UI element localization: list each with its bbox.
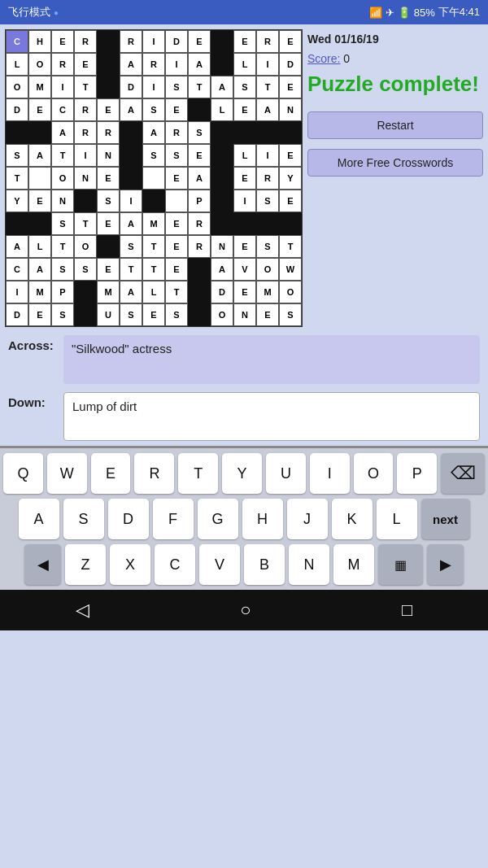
grid-cell[interactable]: S bbox=[256, 190, 279, 212]
grid-cell[interactable] bbox=[211, 144, 233, 167]
grid-cell[interactable] bbox=[74, 281, 97, 303]
grid-cell[interactable]: E bbox=[97, 212, 120, 235]
grid-cell[interactable]: E bbox=[165, 258, 188, 281]
grid-cell[interactable] bbox=[211, 167, 233, 190]
grid-cell[interactable]: E bbox=[279, 190, 302, 212]
key-e[interactable]: E bbox=[91, 453, 131, 494]
grid-cell[interactable] bbox=[188, 258, 211, 281]
grid-cell[interactable]: S bbox=[6, 144, 28, 167]
grid-cell[interactable]: S bbox=[97, 190, 120, 212]
grid-cell[interactable]: R bbox=[188, 235, 211, 258]
grid-cell[interactable]: V bbox=[233, 258, 256, 281]
grid-cell[interactable] bbox=[211, 30, 233, 53]
grid-cell[interactable]: E bbox=[165, 98, 188, 121]
score-label[interactable]: Score: bbox=[307, 52, 340, 65]
grid-cell[interactable] bbox=[188, 98, 211, 121]
grid-cell[interactable]: N bbox=[233, 303, 256, 326]
grid-cell[interactable]: T bbox=[142, 235, 165, 258]
key-d[interactable]: D bbox=[108, 499, 149, 539]
grid-cell[interactable]: O bbox=[256, 258, 279, 281]
grid-cell[interactable] bbox=[256, 212, 279, 235]
grid-cell[interactable]: S bbox=[233, 76, 256, 98]
grid-cell[interactable]: A bbox=[188, 53, 211, 76]
grid-cell[interactable]: O bbox=[28, 53, 51, 76]
recents-nav-icon[interactable]: □ bbox=[402, 600, 412, 621]
grid-cell[interactable]: S bbox=[142, 98, 165, 121]
grid-cell[interactable]: T bbox=[188, 76, 211, 98]
grid-cell[interactable]: T bbox=[51, 235, 74, 258]
grid-cell[interactable]: D bbox=[165, 30, 188, 53]
key-y[interactable]: Y bbox=[222, 453, 262, 494]
grid-cell[interactable]: A bbox=[6, 235, 28, 258]
grid-cell[interactable]: E bbox=[28, 98, 51, 121]
grid-cell[interactable]: T bbox=[256, 76, 279, 98]
key-k[interactable]: K bbox=[332, 499, 373, 539]
key-l[interactable]: L bbox=[377, 499, 417, 539]
grid-cell[interactable]: I bbox=[51, 76, 74, 98]
grid-cell[interactable]: L bbox=[28, 235, 51, 258]
grid-cell[interactable]: E bbox=[165, 235, 188, 258]
grid-cell[interactable]: P bbox=[188, 190, 211, 212]
left-arrow-key[interactable]: ◀ bbox=[24, 544, 61, 585]
grid-cell[interactable]: T bbox=[142, 258, 165, 281]
grid-cell[interactable]: E bbox=[188, 30, 211, 53]
grid-cell[interactable]: E bbox=[233, 98, 256, 121]
grid-cell[interactable] bbox=[279, 121, 302, 144]
grid-cell[interactable] bbox=[233, 121, 256, 144]
grid-cell[interactable]: Y bbox=[6, 190, 28, 212]
key-w[interactable]: W bbox=[47, 453, 87, 494]
grid-cell[interactable]: C bbox=[6, 30, 28, 53]
grid-cell[interactable]: N bbox=[51, 190, 74, 212]
grid-cell[interactable]: T bbox=[74, 212, 97, 235]
grid-cell[interactable]: C bbox=[6, 258, 28, 281]
grid-cell[interactable]: R bbox=[165, 121, 188, 144]
key-h[interactable]: H bbox=[242, 499, 283, 539]
next-key[interactable]: next bbox=[421, 499, 470, 539]
grid-cell[interactable]: R bbox=[51, 53, 74, 76]
grid-cell[interactable]: T bbox=[120, 258, 142, 281]
grid-cell[interactable]: S bbox=[165, 76, 188, 98]
grid-cell[interactable]: M bbox=[28, 76, 51, 98]
grid-cell[interactable]: R bbox=[74, 121, 97, 144]
grid-cell[interactable]: E bbox=[279, 30, 302, 53]
grid-cell[interactable]: E bbox=[165, 212, 188, 235]
grid-cell[interactable]: T bbox=[51, 144, 74, 167]
grid-cell[interactable]: I bbox=[142, 76, 165, 98]
grid-cell[interactable]: L bbox=[6, 53, 28, 76]
grid-cell[interactable]: M bbox=[256, 281, 279, 303]
grid-cell[interactable]: E bbox=[28, 303, 51, 326]
grid-cell[interactable] bbox=[97, 76, 120, 98]
grid-cell[interactable]: N bbox=[74, 167, 97, 190]
grid-cell[interactable]: O bbox=[6, 76, 28, 98]
key-a[interactable]: A bbox=[19, 499, 59, 539]
grid-cell[interactable]: S bbox=[120, 303, 142, 326]
grid-cell[interactable]: E bbox=[97, 258, 120, 281]
key-z[interactable]: Z bbox=[65, 544, 106, 585]
crossword-grid[interactable]: CHERRIDEERELOREARIALIDOMITDISTASTEDECREA… bbox=[5, 29, 303, 327]
grid-cell[interactable]: A bbox=[142, 121, 165, 144]
grid-cell[interactable]: C bbox=[51, 98, 74, 121]
grid-cell[interactable]: E bbox=[188, 144, 211, 167]
grid-cell[interactable]: A bbox=[120, 53, 142, 76]
grid-cell[interactable]: H bbox=[28, 30, 51, 53]
grid-cell[interactable]: E bbox=[256, 303, 279, 326]
grid-cell[interactable]: E bbox=[74, 53, 97, 76]
grid-cell[interactable] bbox=[97, 53, 120, 76]
grid-cell[interactable]: A bbox=[188, 167, 211, 190]
key-n[interactable]: N bbox=[289, 544, 329, 585]
grid-cell[interactable]: N bbox=[97, 144, 120, 167]
grid-cell[interactable] bbox=[28, 212, 51, 235]
grid-cell[interactable]: A bbox=[28, 258, 51, 281]
grid-cell[interactable]: L bbox=[233, 53, 256, 76]
grid-cell[interactable] bbox=[28, 167, 51, 190]
grid-cell[interactable]: L bbox=[211, 98, 233, 121]
grid-cell[interactable]: S bbox=[256, 235, 279, 258]
grid-cell[interactable]: S bbox=[51, 258, 74, 281]
grid-cell[interactable] bbox=[165, 190, 188, 212]
key-i[interactable]: I bbox=[310, 453, 350, 494]
grid-cell[interactable]: R bbox=[74, 30, 97, 53]
grid-cell[interactable]: T bbox=[6, 167, 28, 190]
grid-cell[interactable]: I bbox=[74, 144, 97, 167]
grid-cell[interactable] bbox=[74, 190, 97, 212]
grid-cell[interactable]: D bbox=[211, 281, 233, 303]
